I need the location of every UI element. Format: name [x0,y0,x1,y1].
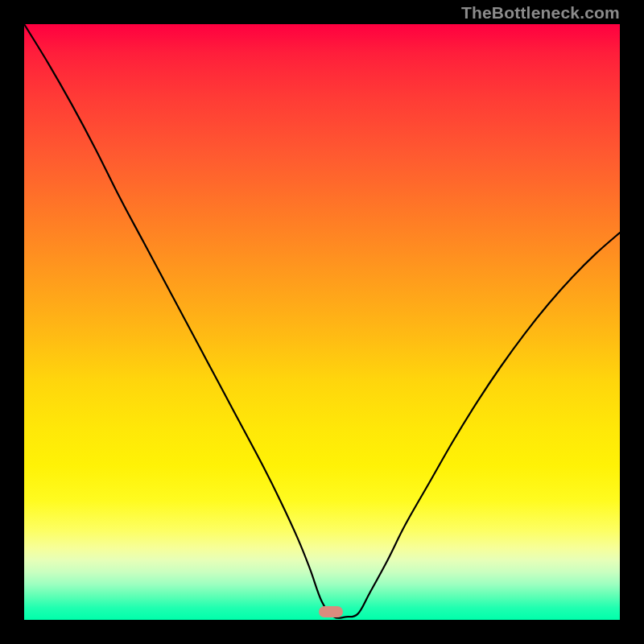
optimal-point-marker [319,606,343,617]
watermark-text: TheBottleneck.com [461,3,620,23]
chart-frame: TheBottleneck.com [0,0,644,644]
bottleneck-curve [24,24,620,620]
plot-area [24,24,620,620]
